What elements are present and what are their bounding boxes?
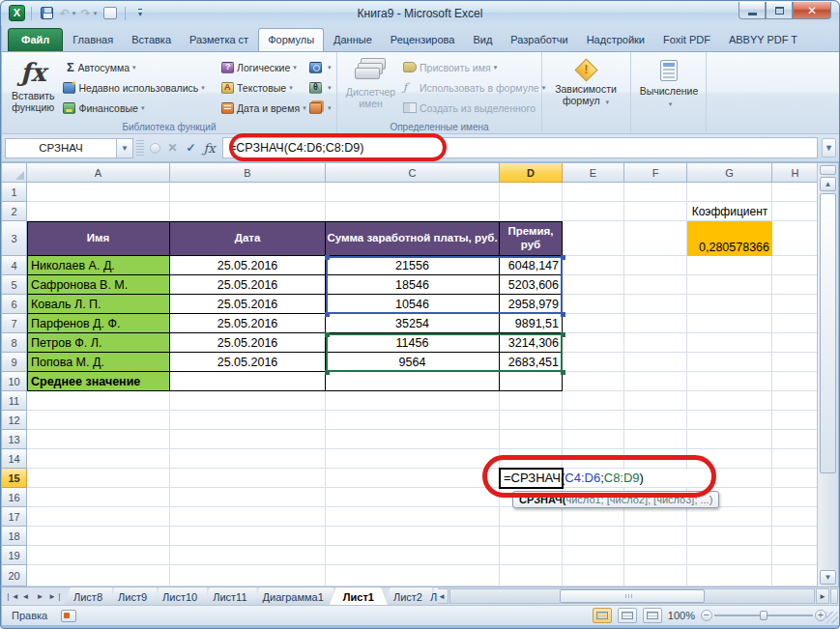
hscroll-right-icon[interactable]: ►: [816, 588, 829, 604]
cell-D9[interactable]: 2683,451: [500, 353, 563, 372]
cell-A8[interactable]: Петров Ф. Л.: [27, 333, 170, 353]
row-header-19[interactable]: 19: [2, 546, 27, 565]
row-header-4[interactable]: 4: [2, 256, 27, 275]
ribbon-tab-Рецензирова[interactable]: Рецензирова: [382, 29, 464, 51]
scroll-down-icon[interactable]: ▼: [820, 570, 836, 585]
row-header-17[interactable]: 17: [2, 507, 27, 527]
logical-button[interactable]: Логические▾: [218, 57, 307, 77]
cell-C6[interactable]: 10546: [326, 295, 500, 314]
ribbon-tab-Вид[interactable]: Вид: [464, 29, 501, 51]
ribbon-tab-Надстройки[interactable]: Надстройки: [578, 29, 653, 51]
sheet-tab-Лист11[interactable]: Лист11: [203, 587, 256, 605]
cell-C3[interactable]: Сумма заработной платы, руб.: [326, 221, 500, 256]
cell-B7[interactable]: 25.05.2016: [170, 314, 326, 333]
confirm-entry-button[interactable]: ✓: [182, 138, 200, 157]
name-box-dropdown-icon[interactable]: ▼: [117, 138, 133, 158]
column-header-B[interactable]: B: [170, 163, 326, 183]
cell-B8[interactable]: 25.05.2016: [170, 333, 326, 353]
row-header-7[interactable]: 7: [2, 314, 27, 333]
sheet-tab-Лист1[interactable]: Лист1: [330, 587, 388, 605]
row-header-6[interactable]: 6: [2, 295, 27, 314]
minimize-button[interactable]: [739, 2, 766, 19]
vscroll-thumb[interactable]: [820, 193, 836, 473]
macro-record-icon[interactable]: [61, 610, 76, 622]
cell-G2[interactable]: Коэффициент: [687, 202, 772, 221]
column-header-A[interactable]: A: [27, 163, 170, 183]
column-header-E[interactable]: E: [563, 163, 624, 183]
ribbon-tab-Главная[interactable]: Главная: [64, 29, 122, 51]
use-in-formula-button[interactable]: ƒИспользовать в формуле▾: [400, 77, 537, 98]
cell-B9[interactable]: 25.05.2016: [170, 353, 326, 372]
row-header-1[interactable]: 1: [2, 183, 27, 202]
autosum-button[interactable]: ΣАвтосумма▾: [60, 57, 218, 77]
ribbon-tab-Данные[interactable]: Данные: [325, 29, 381, 51]
row-header-11[interactable]: 11: [2, 391, 27, 411]
row-header-3[interactable]: 3: [2, 221, 27, 256]
formula-bar-grip[interactable]: [136, 140, 144, 156]
row-header-8[interactable]: 8: [2, 333, 27, 353]
page-layout-view-button[interactable]: [618, 608, 637, 623]
zoom-slider-thumb[interactable]: [760, 611, 768, 620]
insert-function-small-button[interactable]: ƒx: [200, 138, 218, 157]
cell-D5[interactable]: 5203,606: [500, 275, 563, 295]
insert-function-button[interactable]: ƒx Вставить функцию: [6, 55, 60, 119]
split-handle[interactable]: [820, 165, 836, 175]
cell-C4[interactable]: 21556: [326, 256, 500, 275]
name-manager-button[interactable]: Диспетчер имен: [341, 55, 400, 119]
row-header-9[interactable]: 9: [2, 353, 27, 372]
column-header-G[interactable]: G: [687, 163, 772, 183]
row-header-2[interactable]: 2: [2, 202, 27, 221]
row-header-13[interactable]: 13: [2, 430, 27, 449]
sheet-tab-Лист10[interactable]: Лист10: [153, 587, 207, 605]
cell-D7[interactable]: 9891,51: [500, 314, 563, 333]
lookup-reference-button[interactable]: ▾: [307, 57, 333, 77]
cell-A6[interactable]: Коваль Л. П.: [27, 295, 170, 314]
cell-A10[interactable]: Среднее значение: [27, 372, 170, 391]
select-all-corner[interactable]: [2, 163, 27, 183]
zoom-out-icon[interactable]: −: [701, 610, 712, 621]
cell-B5[interactable]: 25.05.2016: [170, 275, 326, 295]
ribbon-tab-Разметка ст[interactable]: Разметка ст: [181, 29, 257, 51]
formula-auditing-button[interactable]: Зависимости формул ▾: [546, 55, 625, 119]
cell-C9[interactable]: 9564: [326, 353, 500, 372]
define-name-button[interactable]: Присвоить имя▾: [400, 57, 537, 77]
column-header-H[interactable]: H: [772, 163, 819, 183]
ribbon-tab-Вставка[interactable]: Вставка: [123, 29, 180, 51]
sheet-tab-Лист2[interactable]: Лист2: [384, 587, 432, 605]
ribbon-tab-Формулы[interactable]: Формулы: [258, 28, 324, 51]
column-header-D[interactable]: D: [500, 163, 563, 183]
row-header-10[interactable]: 10: [2, 372, 27, 391]
vertical-scrollbar[interactable]: ▲ ▼: [817, 163, 838, 586]
row-header-14[interactable]: 14: [2, 449, 27, 469]
scroll-up-icon[interactable]: ▲: [820, 177, 836, 191]
calculation-button[interactable]: Вычисление▾: [635, 55, 703, 119]
more-functions-button[interactable]: ▾: [307, 98, 333, 118]
column-header-F[interactable]: F: [624, 163, 687, 183]
resize-grip[interactable]: [826, 612, 838, 623]
ribbon-tab-Файл[interactable]: Файл: [8, 28, 63, 51]
cell-C7[interactable]: 35254: [326, 314, 500, 333]
sheet-tab-Лист8[interactable]: Лист8: [64, 587, 112, 605]
formula-input[interactable]: =СРЗНАЧ(C4:D6;C8:D9): [222, 137, 818, 158]
row-header-12[interactable]: 12: [2, 411, 27, 430]
math-trig-button[interactable]: ▾: [307, 77, 333, 98]
zoom-level[interactable]: 100%: [668, 610, 695, 621]
cell-C10[interactable]: [326, 372, 500, 391]
cell-C8[interactable]: 11456: [326, 333, 500, 353]
cell-A7[interactable]: Парфенов Д. Ф.: [27, 314, 170, 333]
cell-A9[interactable]: Попова М. Д.: [27, 353, 170, 372]
maximize-button[interactable]: [766, 2, 793, 19]
recently-used-button[interactable]: Недавно использовались▾: [60, 77, 218, 98]
row-header-20[interactable]: 20: [2, 565, 27, 586]
hscroll-thumb[interactable]: [560, 589, 705, 603]
first-sheet-icon[interactable]: ❘◄: [5, 592, 17, 601]
next-sheet-icon[interactable]: ►: [34, 592, 46, 601]
sheet-tab-Лист9[interactable]: Лист9: [108, 587, 157, 605]
worksheet-grid[interactable]: ABCDEFGH1234567891011121314151617181920И…: [2, 163, 819, 586]
cell-B6[interactable]: 25.05.2016: [170, 295, 326, 314]
cell-A4[interactable]: Николаев А. Д.: [27, 256, 170, 275]
cell-D6[interactable]: 2958,979: [500, 295, 563, 314]
row-header-16[interactable]: 16: [2, 488, 27, 507]
page-break-view-button[interactable]: [643, 608, 662, 623]
cell-formula-text[interactable]: =СРЗНАЧ(C4:D6;C8:D9): [504, 471, 644, 485]
